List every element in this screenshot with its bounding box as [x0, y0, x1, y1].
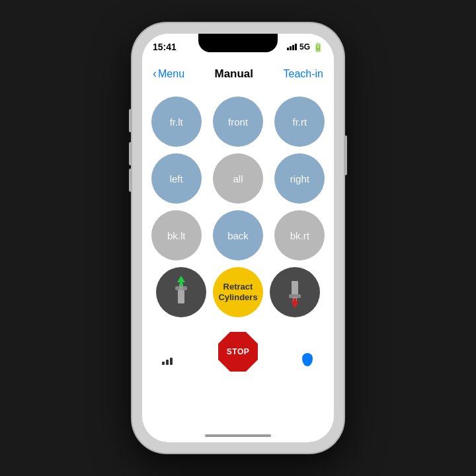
status-bar-area: 15:41 5G 🔋: [142, 34, 334, 63]
signal-strength-icon: [162, 358, 173, 365]
status-icons: 5G 🔋: [287, 42, 323, 52]
action-row: RetractCylinders: [149, 267, 327, 317]
notch: [198, 34, 278, 52]
all-button[interactable]: all: [213, 153, 263, 204]
lower-cylinder-icon: [280, 274, 309, 310]
phone-frame: 15:41 5G 🔋 ‹ Menu Manual: [132, 23, 344, 453]
stop-octagon: STOP: [218, 332, 258, 372]
menu-back-button[interactable]: ‹ Menu: [153, 67, 184, 81]
teach-in-button[interactable]: Teach-in: [284, 68, 323, 80]
svg-marker-3: [177, 276, 185, 282]
retract-cylinders-button[interactable]: RetractCylinders: [213, 267, 263, 317]
fr-lt-button[interactable]: fr.lt: [151, 97, 202, 147]
left-button[interactable]: left: [151, 153, 202, 204]
water-drop-icon[interactable]: [302, 353, 314, 368]
battery-icon: 🔋: [313, 42, 323, 52]
extend-cylinder-icon: [167, 274, 196, 310]
extend-button[interactable]: [156, 267, 206, 317]
svg-rect-4: [180, 282, 182, 286]
direction-grid: fr.lt front fr.rt left all right bk.lt b…: [149, 97, 327, 260]
drop-shape: [302, 353, 313, 366]
status-time: 15:41: [153, 42, 177, 52]
front-button[interactable]: front: [213, 97, 263, 147]
back-button[interactable]: back: [213, 210, 263, 260]
bk-rt-button[interactable]: bk.rt: [274, 210, 325, 260]
chevron-left-icon: ‹: [153, 67, 157, 81]
main-content: fr.lt front fr.rt left all right bk.lt b…: [142, 86, 334, 430]
svg-rect-0: [178, 289, 184, 303]
navigation-bar: ‹ Menu Manual Teach-in: [142, 63, 334, 86]
svg-rect-5: [292, 281, 298, 296]
page-title: Manual: [214, 67, 253, 81]
stop-button[interactable]: STOP: [217, 331, 259, 373]
phone-screen: 15:41 5G 🔋 ‹ Menu Manual: [142, 34, 334, 442]
right-button[interactable]: right: [274, 153, 325, 204]
home-indicator: [205, 434, 271, 437]
lower-button[interactable]: [270, 267, 320, 317]
svg-rect-9: [294, 298, 296, 302]
stop-label: STOP: [227, 347, 249, 356]
bottom-area: STOP: [149, 324, 327, 377]
menu-back-label: Menu: [158, 68, 184, 80]
fr-rt-button[interactable]: fr.rt: [274, 97, 325, 147]
signal-bars-icon: [287, 44, 297, 50]
bk-lt-button[interactable]: bk.lt: [151, 210, 202, 260]
retract-cylinders-label: RetractCylinders: [218, 282, 257, 302]
5g-label: 5G: [299, 42, 310, 52]
